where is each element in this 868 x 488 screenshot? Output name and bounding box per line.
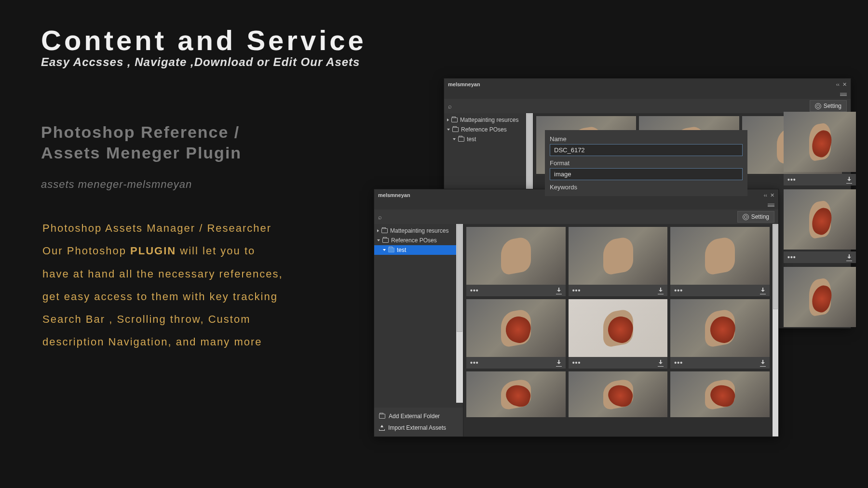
folder-icon: [381, 228, 388, 233]
panel-titlebar[interactable]: melsmneyan ‹‹ ✕: [444, 79, 851, 90]
tree-item-test[interactable]: test: [374, 245, 463, 255]
asset-thumbnail[interactable]: [569, 227, 668, 285]
body-line1: Photoshop Assets Manager / Researcher: [42, 222, 271, 234]
chevron-right-icon: [447, 119, 449, 121]
close-icon[interactable]: ✕: [770, 192, 774, 198]
chevron-down-icon: [447, 129, 450, 131]
folder-icon: [382, 238, 389, 243]
chevron-right-icon: [377, 229, 379, 232]
body-line2a: Our Photoshop: [42, 245, 130, 257]
upload-icon: [379, 425, 385, 431]
body-line4: get easy access to them with key trackin…: [42, 290, 278, 303]
hero-title: Content and Service: [41, 24, 366, 56]
plugin-panel-front: melsmneyan ‹‹ ✕ ⌕ Setting Mattepainting …: [374, 189, 779, 437]
scrollbar-thumb[interactable]: [773, 224, 778, 309]
tree-item-mattepainting[interactable]: Mattepainting resurces: [444, 115, 533, 125]
import-assets-label: Import External Assets: [388, 424, 446, 431]
tree-label: Reference POses: [391, 237, 437, 244]
add-folder-label: Add External Folder: [389, 413, 440, 420]
gear-icon: [815, 103, 821, 109]
sidebar-scrollbar[interactable]: [456, 224, 463, 403]
collapse-icon[interactable]: ‹‹: [764, 192, 767, 198]
name-label: Name: [550, 134, 743, 144]
folder-open-icon: [388, 248, 394, 252]
download-icon[interactable]: [556, 360, 562, 366]
folder-add-icon: [379, 414, 385, 419]
download-icon[interactable]: [846, 177, 852, 183]
more-icon[interactable]: •••: [470, 287, 479, 294]
asset-thumbnail[interactable]: [784, 112, 856, 172]
name-input[interactable]: [550, 144, 743, 156]
collapse-icon[interactable]: ‹‹: [836, 81, 840, 87]
download-icon[interactable]: [658, 360, 664, 366]
tree-label: Mattepainting resurces: [460, 117, 518, 123]
format-input[interactable]: [550, 168, 743, 180]
chevron-down-icon: [383, 249, 386, 251]
more-icon[interactable]: •••: [674, 359, 683, 367]
more-icon[interactable]: •••: [470, 359, 479, 367]
tree-label: Mattepainting resurces: [390, 227, 448, 234]
setting-button[interactable]: Setting: [737, 211, 774, 223]
asset-thumbnail[interactable]: [569, 299, 668, 357]
menu-icon[interactable]: [768, 203, 774, 208]
asset-thumbnail[interactable]: [670, 227, 770, 285]
import-external-assets-button[interactable]: Import External Assets: [377, 422, 460, 434]
asset-thumbnail[interactable]: [784, 267, 856, 327]
download-icon[interactable]: [760, 288, 766, 293]
panel-title: melsmneyan: [448, 81, 480, 87]
more-icon[interactable]: •••: [572, 359, 581, 367]
format-label: Format: [550, 158, 743, 168]
tree-item-reference-poses[interactable]: Reference POses: [444, 125, 533, 134]
panel-toolbar: ⌕ Setting: [444, 99, 851, 113]
tree-label: test: [467, 136, 476, 143]
setting-label: Setting: [824, 103, 841, 109]
body-line5: Search Bar , Scrolling throw, Custom: [42, 313, 250, 325]
folder-sidebar: Mattepainting resurces Reference POses t…: [374, 224, 463, 436]
download-icon[interactable]: [658, 288, 664, 293]
tree-item-reference-poses[interactable]: Reference POses: [374, 236, 463, 245]
body-line3: have at hand all the necessary reference…: [42, 268, 283, 280]
body-description: Photoshop Assets Manager / Researcher Ou…: [42, 217, 283, 354]
search-input[interactable]: [386, 211, 733, 222]
hero-subtitle: Easy Accsses , Navigate ,Download or Edi…: [41, 55, 360, 69]
more-icon[interactable]: •••: [787, 176, 796, 184]
tree-item-test[interactable]: test: [444, 134, 533, 144]
asset-thumbnail[interactable]: [569, 371, 668, 417]
asset-thumbnail[interactable]: [466, 371, 566, 417]
search-icon[interactable]: ⌕: [378, 213, 382, 221]
tree-label: Reference POses: [461, 126, 507, 133]
folder-icon: [451, 118, 458, 122]
scrollbar-thumb[interactable]: [457, 224, 462, 332]
tree-item-mattepainting[interactable]: Mattepainting resurces: [374, 226, 463, 236]
download-icon[interactable]: [556, 288, 562, 293]
gear-icon: [743, 214, 749, 220]
folder-icon: [452, 127, 459, 132]
more-icon[interactable]: •••: [674, 287, 683, 294]
panel-toolbar: ⌕ Setting: [374, 210, 778, 224]
more-icon[interactable]: •••: [572, 287, 581, 294]
close-icon[interactable]: ✕: [842, 81, 847, 88]
menu-icon[interactable]: [840, 92, 847, 97]
back-panel-right-column: ••• •••: [784, 112, 856, 329]
asset-thumbnail[interactable]: [466, 227, 566, 285]
tree-label: test: [397, 247, 406, 253]
grid-scrollbar[interactable]: [773, 224, 778, 436]
setting-button[interactable]: Setting: [810, 100, 847, 112]
asset-thumbnail[interactable]: [670, 371, 770, 417]
download-icon[interactable]: [846, 254, 852, 260]
section-title: Photoshop Reference / Assets Meneger Plu…: [41, 122, 242, 163]
asset-thumbnail[interactable]: [784, 189, 856, 250]
section-title-line1: Photoshop Reference /: [41, 123, 240, 141]
add-external-folder-button[interactable]: Add External Folder: [377, 410, 460, 422]
keywords-label: Keywords: [550, 182, 743, 192]
asset-thumbnail[interactable]: [670, 299, 770, 357]
search-input[interactable]: [456, 101, 806, 111]
chevron-down-icon: [453, 138, 456, 140]
more-icon[interactable]: •••: [787, 253, 796, 261]
asset-grid: ••• ••• •••: [463, 224, 778, 436]
sidebar-footer: Add External Folder Import External Asse…: [374, 408, 463, 436]
download-icon[interactable]: [760, 360, 766, 366]
search-icon[interactable]: ⌕: [448, 103, 452, 110]
asset-thumbnail[interactable]: [466, 299, 566, 357]
body-line6: description Navigation, and many more: [42, 336, 262, 348]
